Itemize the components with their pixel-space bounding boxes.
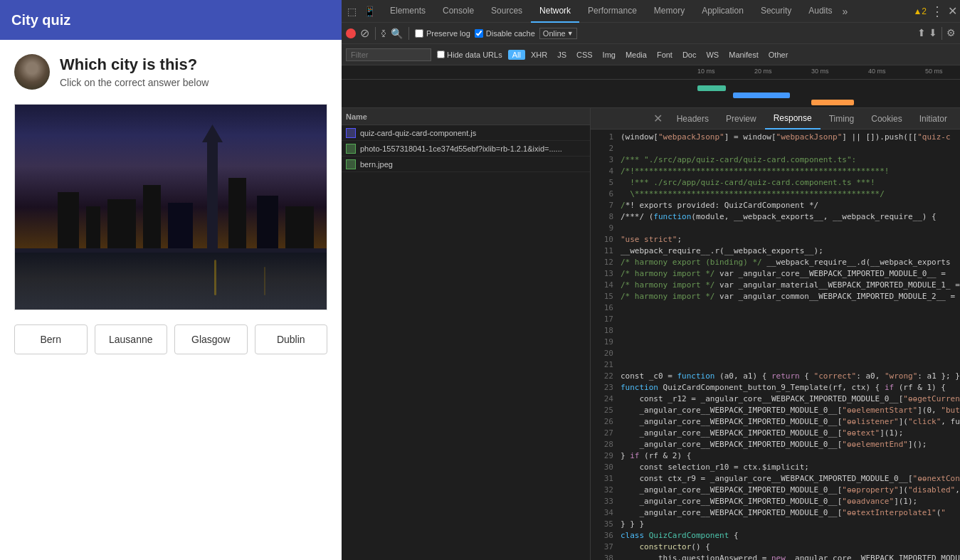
settings-icon[interactable]: ⚙	[946, 27, 956, 40]
tab-audits[interactable]: Audits	[800, 0, 840, 23]
close-response-button[interactable]: ✕	[648, 112, 668, 125]
tab-elements[interactable]: Elements	[381, 0, 434, 23]
code-line: 34 _angular_core__WEBPACK_IMPORTED_MODUL…	[591, 508, 960, 519]
tab-cookies[interactable]: Cookies	[863, 108, 910, 130]
code-line: 9	[591, 223, 960, 235]
code-line: 15/* harmony import */ var _angular_comm…	[591, 292, 960, 303]
tick-40ms: 40 ms	[868, 68, 886, 75]
line-number: 19	[594, 337, 613, 347]
filter-manifest[interactable]: Manifest	[724, 50, 763, 60]
city-image	[14, 104, 327, 310]
line-content: __webpack_require__.r(__webpack_exports_…	[621, 246, 823, 255]
line-content: "use strict";	[621, 235, 682, 244]
line-content: const _c0 = function (a0, a1) { return {…	[621, 371, 960, 381]
tick-50ms: 50 ms	[925, 68, 943, 75]
tab-memory[interactable]: Memory	[645, 0, 693, 23]
line-content: /* harmony import */ var _angular_materi…	[621, 280, 960, 290]
filter-other[interactable]: Other	[764, 50, 793, 60]
filter-all[interactable]: All	[508, 50, 525, 60]
tab-security[interactable]: Security	[752, 0, 800, 23]
tab-network[interactable]: Network	[531, 0, 579, 23]
code-line: 4/*!************************************…	[591, 167, 960, 178]
filter-media[interactable]: Media	[621, 50, 651, 60]
tab-preview[interactable]: Preview	[717, 108, 765, 130]
filter-js[interactable]: JS	[553, 50, 571, 60]
filter-input[interactable]	[346, 48, 431, 61]
filter-ws[interactable]: WS	[702, 50, 723, 60]
close-devtools-button[interactable]: ✕	[948, 4, 957, 18]
line-content: /* harmony import */ var _angular_common…	[621, 292, 955, 301]
filter-font[interactable]: Font	[653, 50, 677, 60]
network-item-name-2: bern.jpeg	[360, 160, 586, 169]
answer-button-dublin[interactable]: Dublin	[255, 324, 328, 354]
answer-button-lausanne[interactable]: Lausanne	[95, 324, 168, 354]
img-file-icon	[346, 144, 356, 154]
tab-headers[interactable]: Headers	[668, 108, 717, 130]
tab-performance[interactable]: Performance	[579, 0, 645, 23]
quiz-header: City quiz	[0, 0, 342, 40]
filter-icon[interactable]: ⧲	[381, 28, 386, 39]
filter-doc[interactable]: Doc	[678, 50, 701, 60]
line-content: _angular_core__WEBPACK_IMPORTED_MODULE_0…	[621, 440, 927, 449]
line-number: 37	[594, 542, 613, 551]
code-line: 1(window["webpackJsonp"] = window["webpa…	[591, 132, 960, 144]
code-line: 13/* harmony import */ var _angular_core…	[591, 269, 960, 280]
timeline-ruler: 10 ms 20 ms 30 ms 40 ms 50 ms 60 ms 70 m…	[342, 65, 960, 80]
line-content: } } }	[621, 519, 644, 529]
line-number: 28	[594, 440, 613, 449]
code-line: 31 const ctx_r9 = _angular_core__WEBPACK…	[591, 474, 960, 485]
code-line: 6 \*************************************…	[591, 189, 960, 201]
throttling-select[interactable]: Online ▼	[539, 28, 577, 39]
line-number: 20	[594, 349, 613, 358]
question-header: Which city is this? Click on the correct…	[14, 54, 327, 90]
filter-xhr[interactable]: XHR	[527, 50, 552, 60]
network-item-js[interactable]: quiz-card-quiz-card-component.js	[342, 125, 590, 141]
filter-css[interactable]: CSS	[572, 50, 597, 60]
cursor-icon[interactable]: ⬚	[344, 6, 359, 17]
network-item-photo[interactable]: photo-1557318041-1ce374d55ebf?ixlib=rb-1…	[342, 141, 590, 157]
tab-console[interactable]: Console	[434, 0, 482, 23]
line-content: function QuizCardComponent_button_9_Temp…	[621, 383, 946, 392]
line-number: 26	[594, 417, 613, 426]
search-icon[interactable]: 🔍	[391, 28, 403, 39]
more-tabs-button[interactable]: »	[843, 6, 848, 17]
tab-application[interactable]: Application	[693, 0, 752, 23]
device-icon[interactable]: 📱	[361, 6, 379, 17]
upload-icon[interactable]: ⬆	[917, 27, 926, 40]
response-panel: ✕ Headers Preview Response Timing Cookie…	[591, 108, 960, 560]
line-number: 29	[594, 451, 613, 460]
question-text-block: Which city is this? Click on the correct…	[60, 56, 327, 88]
clear-button[interactable]: ⊘	[360, 26, 369, 40]
code-line: 20	[591, 349, 960, 360]
preserve-log-checkbox[interactable]: Preserve log	[415, 29, 470, 38]
network-item-bern[interactable]: bern.jpeg	[342, 157, 590, 172]
tab-timing[interactable]: Timing	[821, 108, 863, 130]
tab-sources[interactable]: Sources	[482, 0, 531, 23]
download-icon[interactable]: ⬇	[929, 27, 937, 40]
answer-button-glasgow[interactable]: Glasgow	[174, 324, 248, 354]
more-options-button[interactable]: ⋮	[931, 4, 944, 19]
line-number: 5	[594, 178, 613, 187]
record-button[interactable]	[346, 28, 356, 38]
devtools-panel: ⬚ 📱 Elements Console Sources Network Per…	[342, 0, 960, 560]
code-line: 32 _angular_core__WEBPACK_IMPORTED_MODUL…	[591, 485, 960, 497]
code-line: 22const _c0 = function (a0, a1) { return…	[591, 371, 960, 383]
tab-response[interactable]: Response	[765, 108, 821, 130]
code-line: 25 _angular_core__WEBPACK_IMPORTED_MODUL…	[591, 406, 960, 417]
answer-button-bern[interactable]: Bern	[14, 324, 88, 354]
line-number: 38	[594, 554, 613, 560]
hide-data-urls-checkbox[interactable]: Hide data URLs	[437, 51, 502, 59]
code-view[interactable]: 1(window["webpackJsonp"] = window["webpa…	[591, 130, 960, 560]
tab-initiator[interactable]: Initiator	[911, 108, 956, 130]
line-number: 7	[594, 201, 613, 210]
line-number: 15	[594, 292, 613, 301]
code-line: 35} } }	[591, 519, 960, 531]
disable-cache-checkbox[interactable]: Disable cache	[475, 29, 535, 38]
avatar-image	[14, 54, 50, 90]
filter-img[interactable]: Img	[598, 50, 620, 60]
code-line: 11__webpack_require__.r(__webpack_export…	[591, 246, 960, 258]
code-line: 26 _angular_core__WEBPACK_IMPORTED_MODUL…	[591, 417, 960, 428]
line-number: 31	[594, 474, 613, 483]
code-line: 21	[591, 360, 960, 371]
line-content: _angular_core__WEBPACK_IMPORTED_MODULE_0…	[621, 428, 903, 438]
